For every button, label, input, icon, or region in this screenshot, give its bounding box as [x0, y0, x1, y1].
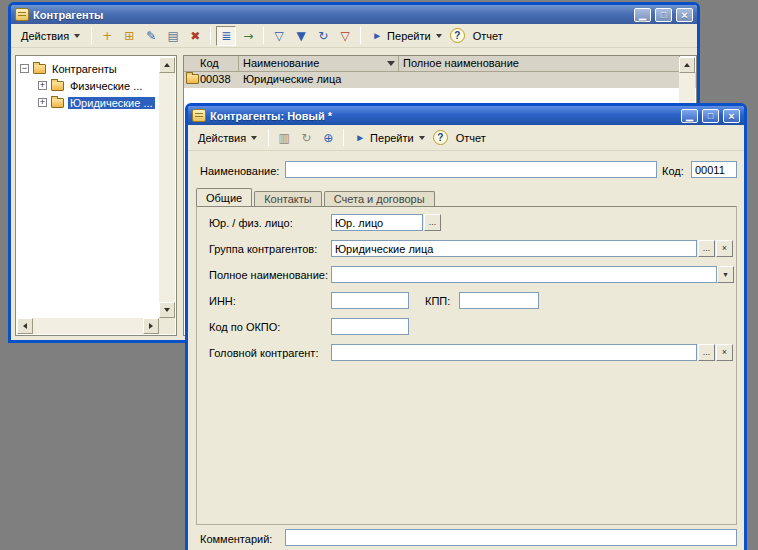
goto-icon: ►	[355, 132, 365, 143]
parent-select-button[interactable]: ...	[698, 344, 715, 361]
group-select-button[interactable]: ...	[698, 240, 715, 257]
cell-name-value: Юридические лица	[243, 73, 341, 85]
tree-item-individuals[interactable]: + Физические ...	[38, 77, 159, 94]
help-button[interactable]: ?	[450, 28, 465, 43]
column-header-full-name[interactable]: Полное наименование	[399, 56, 680, 72]
edit-icon[interactable]: ✎	[141, 26, 161, 46]
actions-menu-button[interactable]: Действия	[192, 129, 263, 147]
tree-item-label: Контрагенты	[50, 63, 119, 75]
report-button[interactable]: Отчет	[467, 27, 509, 45]
report-button-label: Отчет	[473, 30, 503, 42]
save-icon[interactable]: ▥	[274, 128, 294, 148]
reread-icon[interactable]: ↻	[296, 128, 316, 148]
goto-menu-button[interactable]: ► Перейти	[366, 27, 448, 45]
cell-code-value: 00038	[200, 73, 231, 85]
toolbar-separator	[210, 27, 211, 44]
help-button[interactable]: ?	[433, 130, 448, 145]
toolbar-separator	[91, 27, 92, 44]
toolbar-separator	[268, 129, 269, 146]
okpo-input[interactable]	[331, 318, 409, 335]
clear-filter-icon[interactable]: ▽	[335, 26, 355, 46]
groups-tree-panel: − Контрагенты + Физические ... + Юридиче…	[15, 55, 177, 336]
filter-by-value-icon[interactable]: ▼	[291, 26, 311, 46]
minimize-button[interactable]: ▁	[634, 8, 651, 22]
minimize-button[interactable]: ▁	[681, 109, 698, 123]
parent-clear-button[interactable]: ×	[716, 344, 733, 361]
legal-type-select-button[interactable]: ...	[424, 214, 441, 231]
dropdown-caret-icon	[436, 34, 442, 38]
expand-toggle[interactable]: +	[38, 98, 47, 107]
group-input[interactable]	[331, 240, 697, 257]
expand-toggle[interactable]: +	[38, 81, 47, 90]
report-button-label: Отчет	[456, 132, 486, 144]
scroll-down-button[interactable]	[159, 302, 175, 318]
dialog-titlebar[interactable]: Контрагенты: Новый * ▁ □ ×	[188, 106, 744, 125]
delete-icon[interactable]: ✖	[185, 26, 205, 46]
folder-icon	[186, 74, 199, 84]
cell-code: 00038	[184, 72, 239, 88]
structure-icon[interactable]: ⊕	[318, 128, 338, 148]
tree-vertical-scrollbar[interactable]	[159, 57, 175, 318]
code-input[interactable]	[691, 161, 737, 178]
move-to-group-icon[interactable]: →	[238, 26, 258, 46]
arrow-down-icon	[164, 308, 170, 312]
tab-general[interactable]: Общие	[196, 188, 252, 206]
window-title: Контрагенты	[33, 9, 103, 21]
filter-history-icon[interactable]: ↻	[313, 26, 333, 46]
dropdown-caret-icon	[251, 136, 257, 140]
add-icon[interactable]: +	[97, 26, 117, 46]
expand-toggle[interactable]: −	[20, 64, 29, 73]
tab-accounts-contracts[interactable]: Счета и договоры	[324, 191, 435, 206]
parent-counterparty-input[interactable]	[331, 344, 697, 361]
legal-type-label: Юр. / физ. лицо:	[209, 217, 293, 229]
main-titlebar[interactable]: Контрагенты ▁ □ ×	[11, 5, 697, 24]
groups-tree: − Контрагенты + Физические ... + Юридиче…	[17, 57, 159, 318]
legal-type-input[interactable]	[331, 214, 423, 231]
add-group-icon[interactable]: ⊞	[119, 26, 139, 46]
goto-menu-label: Перейти	[370, 132, 414, 144]
goto-menu-label: Перейти	[387, 30, 431, 42]
window-icon	[15, 8, 29, 21]
dialog-form: Наименование: Код: Общие Контакты Счета …	[188, 151, 744, 550]
hierarchy-view-icon[interactable]: ≣	[216, 26, 236, 46]
scroll-up-button[interactable]	[679, 57, 695, 73]
report-button[interactable]: Отчет	[450, 129, 492, 147]
counterparty-new-dialog: Контрагенты: Новый * ▁ □ × Действия ▥ ↻ …	[185, 103, 747, 550]
tree-item-legal-entities[interactable]: + Юридические ...	[38, 94, 159, 111]
tab-contacts[interactable]: Контакты	[254, 191, 322, 206]
goto-menu-button[interactable]: ► Перейти	[349, 129, 431, 147]
dialog-toolbar: Действия ▥ ↻ ⊕ ► Перейти ? Отчет	[188, 125, 744, 151]
actions-menu-button[interactable]: Действия	[15, 27, 86, 45]
tree-item-root[interactable]: − Контрагенты	[20, 60, 159, 77]
toolbar-separator	[360, 27, 361, 44]
okpo-label: Код по ОКПО:	[209, 321, 280, 333]
table-row[interactable]: 00038 Юридические лица	[184, 72, 696, 88]
full-name-dropdown-button[interactable]: ▼	[717, 266, 734, 283]
full-name-input[interactable]	[331, 266, 717, 283]
tree-horizontal-scrollbar[interactable]	[17, 318, 159, 334]
group-clear-button[interactable]: ×	[716, 240, 733, 257]
name-input[interactable]	[285, 161, 657, 178]
column-header-name[interactable]: Наименование	[239, 56, 399, 72]
dialog-icon	[192, 109, 206, 122]
cell-full-name	[399, 72, 680, 88]
main-toolbar: Действия + ⊞ ✎ ▤ ✖ ≣ → ▽ ▼ ↻ ▽ ► Перейти…	[11, 24, 697, 48]
filter-icon[interactable]: ▽	[269, 26, 289, 46]
sort-desc-icon	[387, 61, 395, 66]
scroll-right-button[interactable]	[143, 318, 159, 334]
arrow-up-icon	[684, 63, 690, 67]
scroll-up-button[interactable]	[159, 57, 175, 73]
inn-input[interactable]	[331, 292, 409, 309]
maximize-button[interactable]: □	[655, 8, 672, 22]
column-header-code[interactable]: Код	[184, 56, 239, 72]
close-button[interactable]: ×	[723, 109, 740, 123]
scroll-left-button[interactable]	[17, 318, 33, 334]
comment-input[interactable]	[285, 529, 737, 546]
kpp-input[interactable]	[459, 292, 539, 309]
kpp-label: КПП:	[425, 295, 450, 307]
copy-icon[interactable]: ▤	[163, 26, 183, 46]
close-button[interactable]: ×	[676, 8, 693, 22]
maximize-button[interactable]: □	[702, 109, 719, 123]
full-name-label: Полное наименование:	[209, 269, 328, 281]
toolbar-separator	[263, 27, 264, 44]
